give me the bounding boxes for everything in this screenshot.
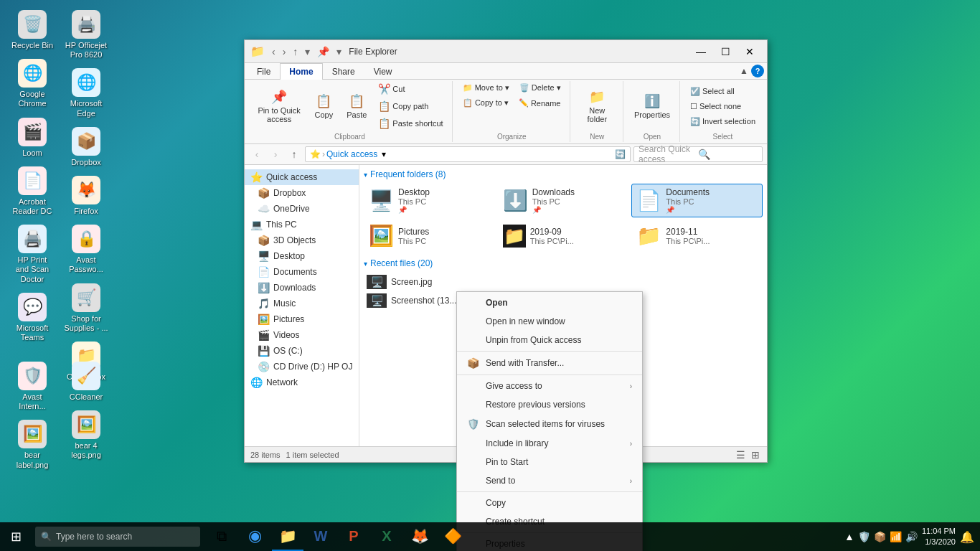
paste-shortcut-button[interactable]: 📋 Paste shortcut xyxy=(374,116,447,131)
sidebar-item-pictures[interactable]: 🖼️ Pictures xyxy=(245,311,359,327)
ctx-send-to[interactable]: Send to › xyxy=(457,471,642,490)
ctx-scan-viruses[interactable]: 🛡️ Scan selected items for viruses xyxy=(457,414,642,434)
move-to-button[interactable]: 📁 Move to ▾ xyxy=(458,81,514,95)
desktop-icon-dropbox[interactable]: 📦 Dropbox xyxy=(61,124,111,170)
ctx-open[interactable]: Open xyxy=(457,293,642,312)
taskbar-task-view[interactable]: ⧉ xyxy=(206,522,237,551)
help-button[interactable]: ? xyxy=(751,65,764,77)
folder-item-desktop[interactable]: 🖥️ Desktop This PC 📌 xyxy=(364,184,495,217)
ctx-restore-prev[interactable]: Restore previous versions xyxy=(457,395,642,414)
tab-share[interactable]: Share xyxy=(323,63,364,80)
sidebar-item-os-c[interactable]: 💾 OS (C:) xyxy=(245,343,359,359)
network-tray-icon[interactable]: 📶 xyxy=(890,531,902,542)
ctx-include-library[interactable]: Include in library › xyxy=(457,434,642,453)
desktop-icon-ms-teams[interactable]: 💬 Microsoft Teams xyxy=(7,290,57,345)
minimize-button[interactable]: — xyxy=(689,42,712,62)
pin-to-quick-access-button[interactable]: 📌 Pin to Quick access xyxy=(252,87,306,126)
taskbar-word[interactable]: W xyxy=(305,522,336,551)
ribbon-toggle-button[interactable]: ▾ xyxy=(334,44,344,59)
taskbar-time[interactable]: 11:04 PM 1/3/2020 xyxy=(922,526,956,548)
sound-icon[interactable]: 🔊 xyxy=(905,531,918,542)
folder-item-documents[interactable]: 📄 Documents This PC 📌 xyxy=(631,184,763,217)
desktop-icon-bear-label[interactable]: 🖼️ bear label.png xyxy=(7,417,57,472)
ctx-pin-start[interactable]: Pin to Start xyxy=(457,453,642,471)
sidebar-item-videos[interactable]: 🎬 Videos xyxy=(245,327,359,343)
taskbar-excel[interactable]: X xyxy=(371,522,402,551)
details-view-button[interactable]: ☰ xyxy=(735,449,747,461)
ctx-send-transfer[interactable]: 📦 Send with Transfer... xyxy=(457,353,642,373)
up-nav-button[interactable]: ↑ xyxy=(286,146,302,162)
ctx-give-access[interactable]: Give access to › xyxy=(457,377,642,395)
recent-section-header[interactable]: ▾ Recent files (20) xyxy=(364,258,763,268)
sidebar-item-music[interactable]: 🎵 Music xyxy=(245,296,359,311)
sidebar-item-cd-drive[interactable]: 💿 CD Drive (D:) HP OJ xyxy=(245,359,359,375)
taskbar-file-explorer[interactable]: 📁 xyxy=(272,522,303,551)
sidebar-item-documents[interactable]: 📄 Documents xyxy=(245,264,359,280)
ctx-unpin[interactable]: Unpin from Quick access xyxy=(457,331,642,349)
taskbar-app8[interactable]: 🔶 xyxy=(437,522,468,551)
recent-item-screen-jpg[interactable]: 🖥️ Screen.jpg xyxy=(364,273,763,291)
recent-locations-button[interactable]: ▾ xyxy=(302,44,313,59)
desktop-icon-hp-print[interactable]: 🖨️ HP Print and Scan Doctor xyxy=(7,222,57,287)
desktop-icon-firefox[interactable]: 🦊 Firefox xyxy=(61,173,111,219)
ctx-open-new-window[interactable]: Open in new window xyxy=(457,312,642,331)
up-button[interactable]: ↑ xyxy=(290,44,301,59)
desktop-icon-ccleaner[interactable]: 🧹 CCleaner xyxy=(61,359,111,405)
cut-button[interactable]: ✂️ Cut xyxy=(374,81,447,97)
desktop-icon-shop-supplies[interactable]: 🛒 Shop for Supplies - ... xyxy=(61,281,111,336)
back-button[interactable]: ‹ xyxy=(269,44,278,59)
ctx-copy[interactable]: Copy xyxy=(457,494,642,512)
notifications-icon[interactable]: 🔔 xyxy=(960,530,974,544)
select-none-button[interactable]: ☐ Select none xyxy=(686,100,760,113)
start-button[interactable]: ⊞ xyxy=(0,522,32,551)
paste-button[interactable]: 📋 Paste xyxy=(341,91,372,121)
dropbox-tray-icon[interactable]: 📦 xyxy=(874,531,886,542)
close-button[interactable]: ✕ xyxy=(738,42,761,62)
forward-button[interactable]: › xyxy=(280,44,289,59)
copy-path-button[interactable]: 📋 Copy path xyxy=(374,98,447,114)
select-all-button[interactable]: ☑️ Select all xyxy=(686,85,760,98)
folder-item-pictures[interactable]: 🖼️ Pictures This PC xyxy=(364,220,495,251)
desktop-icon-avast-internet[interactable]: 🛡️ Avast Intern... xyxy=(7,359,57,414)
sidebar-item-network[interactable]: 🌐 Network xyxy=(245,375,359,390)
taskbar-search[interactable]: 🔍 Type here to search xyxy=(35,527,200,547)
refresh-button[interactable]: 🔄 xyxy=(615,149,626,159)
forward-nav-button[interactable]: › xyxy=(268,146,283,162)
desktop-icon-loom[interactable]: 🎬 Loom xyxy=(7,115,57,161)
desktop-icon-recycle-bin[interactable]: 🗑️ Recycle Bin xyxy=(7,7,57,53)
sidebar-item-downloads[interactable]: ⬇️ Downloads xyxy=(245,280,359,296)
ribbon-collapse-button[interactable]: ▲ xyxy=(740,66,748,76)
new-folder-button[interactable]: 📁 New folder xyxy=(576,87,618,126)
show-hidden-icons[interactable]: ▲ xyxy=(844,531,854,542)
maximize-button[interactable]: ☐ xyxy=(714,42,737,62)
folder-item-2019-11[interactable]: 📁 2019-11 This PC\Pi... xyxy=(631,220,763,251)
sidebar-item-this-pc[interactable]: 💻 This PC xyxy=(245,217,359,232)
tab-file[interactable]: File xyxy=(248,63,280,80)
taskbar-powerpoint[interactable]: P xyxy=(338,522,369,551)
sidebar-item-3d-objects[interactable]: 📦 3D Objects xyxy=(245,232,359,248)
desktop-icon-ms-edge[interactable]: 🌐 Microsoft Edge xyxy=(61,65,111,121)
address-path[interactable]: ⭐ › Quick access ▾ 🔄 xyxy=(305,146,631,162)
taskbar-firefox[interactable]: 🦊 xyxy=(404,522,435,551)
sidebar-item-dropbox[interactable]: 📦 Dropbox xyxy=(245,185,359,201)
delete-button[interactable]: 🗑️ Delete ▾ xyxy=(515,81,565,95)
copy-button[interactable]: 📋 Copy xyxy=(308,91,339,121)
copy-to-button[interactable]: 📋 Copy to ▾ xyxy=(458,96,513,110)
sidebar-item-desktop[interactable]: 🖥️ Desktop xyxy=(245,248,359,264)
properties-button[interactable]: ℹ️ Properties xyxy=(629,91,675,121)
desktop-icon-hp-officejet[interactable]: 🖨️ HP Officejet Pro 8620 xyxy=(61,7,111,62)
desktop-icon-bear-4-legs[interactable]: 🖼️ bear 4 legs.png xyxy=(61,408,111,463)
folder-item-2019-09[interactable]: 📁 2019-09 This PC\Pi... xyxy=(498,220,629,251)
search-box[interactable]: Search Quick access 🔍 xyxy=(633,146,763,162)
folder-item-downloads[interactable]: ⬇️ Downloads This PC 📌 xyxy=(498,184,629,217)
desktop-icon-avast-password[interactable]: 🔒 Avast Passwo... xyxy=(61,222,111,277)
antivirus-icon[interactable]: 🛡️ xyxy=(858,531,870,542)
large-icons-view-button[interactable]: ⊞ xyxy=(750,449,761,461)
desktop-icon-google-chrome[interactable]: 🌐 Google Chrome xyxy=(7,56,57,111)
sidebar-item-onedrive[interactable]: ☁️ OneDrive xyxy=(245,201,359,217)
frequent-section-header[interactable]: ▾ Frequent folders (8) xyxy=(364,169,763,179)
sidebar-item-quick-access[interactable]: ⭐ Quick access xyxy=(245,169,359,185)
pin-button[interactable]: 📌 xyxy=(314,44,332,59)
back-nav-button[interactable]: ‹ xyxy=(249,146,265,162)
rename-button[interactable]: ✏️ Rename xyxy=(514,96,565,110)
